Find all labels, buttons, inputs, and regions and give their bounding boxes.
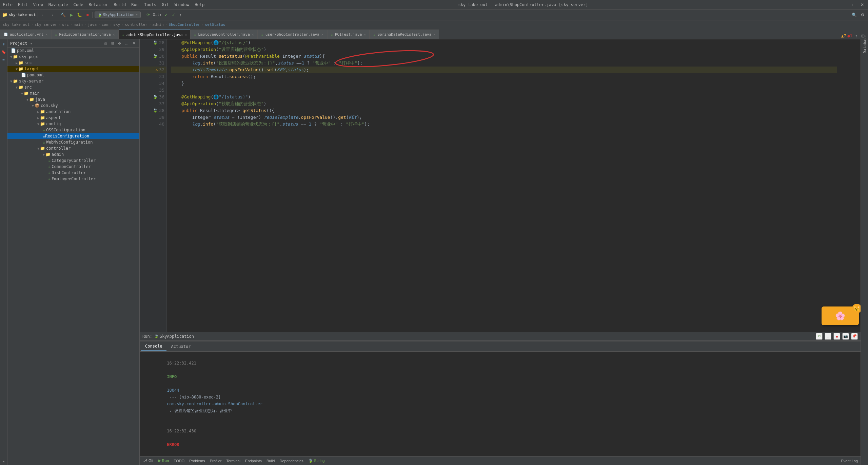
breadcrumb-item-controller[interactable]: controller [125, 22, 147, 27]
close-button[interactable]: ✕ [859, 2, 865, 8]
settings-sidebar-button[interactable]: … [124, 41, 130, 46]
tab-close-icon[interactable]: ✕ [184, 33, 186, 37]
menu-build[interactable]: Build [114, 2, 126, 7]
todo-tool-button[interactable]: TODO [172, 459, 187, 463]
tree-item-controller[interactable]: ▼ 📁 controller [7, 145, 139, 151]
settings-button[interactable]: ⚙ [860, 12, 866, 18]
tree-item-category-controller[interactable]: ☕ CategoryController [7, 157, 139, 164]
tab-close-icon[interactable]: ✕ [433, 33, 435, 36]
tree-item-employee-controller[interactable]: ☕ EmployeeController [7, 176, 139, 182]
tree-item-admin[interactable]: ▼ 📁 admin [7, 151, 139, 157]
breadcrumb-item-main[interactable]: main [74, 22, 83, 27]
tree-item-sky-server[interactable]: ▼ 📁 sky-server [7, 78, 139, 84]
tab-shop-controller-user[interactable]: ☕ user\ShopController.java ✕ [258, 30, 327, 39]
minimize-button[interactable]: — [842, 2, 849, 8]
menu-refactor[interactable]: Refactor [88, 2, 108, 7]
tree-item-pom-pojo[interactable]: 📄 pom.xml [7, 72, 139, 78]
menu-git[interactable]: Git [162, 2, 169, 7]
tree-item-redis-config[interactable]: ☕ RedisConfiguration [7, 133, 139, 139]
tree-item-annotation[interactable]: ▶ 📁 annotation [7, 109, 139, 115]
run-button[interactable]: ▶ [68, 12, 74, 18]
project-dropdown-icon[interactable]: ▾ [30, 41, 33, 46]
project-tool-button[interactable]: P [0, 41, 7, 48]
close-sidebar-button[interactable]: ✕ [131, 41, 137, 46]
menu-code[interactable]: Code [74, 2, 83, 7]
menu-file[interactable]: File [3, 2, 13, 7]
tree-item-server-src[interactable]: ▼ 📁 src [7, 84, 139, 90]
menu-view[interactable]: View [33, 2, 43, 7]
breadcrumb-item-admin[interactable]: admin [153, 22, 164, 27]
tree-item-oss-config[interactable]: ☕ OSSConfiguration [7, 127, 139, 133]
tab-shop-controller-admin[interactable]: ☕ admin\ShopController.java ✕ [119, 30, 191, 39]
breadcrumb-item-src[interactable]: src [62, 22, 69, 27]
expand-editor-button[interactable]: ↑ [854, 33, 859, 39]
problems-tool-button[interactable]: Problems [187, 459, 207, 463]
profiler-tool-button[interactable]: Profiler [208, 459, 224, 463]
debug-button[interactable]: 🐛 [76, 12, 83, 18]
breadcrumb-item-com[interactable]: com [102, 22, 108, 27]
tree-item-sky-pojo[interactable]: ▼ 📁 sky-pojo [7, 54, 139, 60]
tab-close-icon[interactable]: ✕ [364, 33, 366, 36]
run-down-button[interactable]: ↓ [825, 333, 831, 340]
breadcrumb-item-setstatus[interactable]: setStatus [205, 22, 225, 27]
menu-window[interactable]: Window [175, 2, 189, 7]
structure-tool-button[interactable]: ≡ [0, 56, 7, 63]
tree-item-java[interactable]: ▼ 📁 java [7, 96, 139, 103]
breadcrumb-item-shopcontroller[interactable]: ShopController [169, 22, 200, 27]
tree-item-webmvc-config[interactable]: ☕ WebMvcConfiguration [7, 139, 139, 145]
stop-button[interactable]: ■ [85, 12, 90, 18]
tab-spring-data-redis-test[interactable]: ☕ SpringDataRedisTest.java ✕ [370, 30, 439, 39]
run-stop-button[interactable]: ■ [833, 333, 840, 340]
breadcrumb-item-java[interactable]: java [88, 22, 97, 27]
tab-close-icon[interactable]: ✕ [45, 33, 47, 36]
tab-actuator[interactable]: Actuator [167, 343, 195, 350]
run-camera-button[interactable]: 📷 [842, 333, 849, 340]
tab-poi-test[interactable]: ☕ POITest.java ✕ [327, 30, 370, 39]
tab-redis-configuration[interactable]: ☕ RedisConfiguration.java ✕ [51, 30, 118, 39]
build-tool-button[interactable]: Build [264, 459, 277, 463]
run-config[interactable]: 🍃 SkyApplication ▾ [95, 12, 141, 18]
search-button[interactable]: 🔍 [850, 12, 858, 18]
tree-item-aspect[interactable]: ▶ 📁 aspect [7, 115, 139, 121]
tab-console[interactable]: Console [141, 342, 166, 351]
git-update[interactable]: ⟳ [145, 12, 151, 18]
git-commit[interactable]: ✓ [163, 12, 169, 18]
run-app-button[interactable]: 🍃 SkyApplication [154, 334, 194, 339]
database-button[interactable]: Database [861, 41, 868, 48]
code-content[interactable]: @PutMapping(🌐"/{status}") @ApiOperation(… [167, 39, 837, 332]
window-controls[interactable]: — □ ✕ [842, 2, 865, 8]
tree-item-sky-pojo-src[interactable]: ▶ 📁 src [7, 60, 139, 66]
tab-close-icon[interactable]: ✕ [321, 33, 323, 36]
event-log-button[interactable]: Event Log [840, 458, 859, 464]
maximize-button[interactable]: □ [851, 2, 856, 8]
endpoints-tool-button[interactable]: Endpoints [243, 459, 264, 463]
gear-button[interactable]: ⚙ [117, 41, 122, 46]
menu-run[interactable]: Run [131, 2, 139, 7]
git-push[interactable]: ✓ [171, 12, 177, 18]
menu-bar[interactable]: File Edit View Navigate Code Refactor Bu… [3, 2, 204, 7]
menu-navigate[interactable]: Navigate [48, 2, 68, 7]
terminal-tool-button[interactable]: Terminal [224, 459, 242, 463]
run-tool-button[interactable]: ▶ Run [156, 458, 171, 463]
collapse-button[interactable]: ⊟ [110, 41, 115, 46]
breadcrumb-item-project[interactable]: sky-take-out [3, 22, 29, 27]
back-button[interactable]: ← [40, 12, 47, 18]
favorites-tool-button[interactable]: ★ [0, 458, 7, 465]
tree-item-dish-controller[interactable]: ☕ DishController [7, 170, 139, 176]
tab-close-icon[interactable]: ✕ [113, 33, 115, 36]
tree-item-pom-root[interactable]: 📄 pom.xml [7, 48, 139, 54]
run-restart-button[interactable]: ↺ [816, 333, 823, 340]
build-button[interactable]: 🔨 [59, 12, 67, 18]
tab-application-yml[interactable]: 📄 application.yml ✕ [0, 30, 51, 39]
menu-edit[interactable]: Edit [18, 2, 28, 7]
git-tool-button[interactable]: ⎇ Git [141, 458, 155, 463]
menu-help[interactable]: Help [195, 2, 204, 7]
tree-item-common-controller[interactable]: ☕ CommonController [7, 164, 139, 170]
tab-employee-controller[interactable]: ☕ EmployeeController.java ✕ [190, 30, 257, 39]
menu-tools[interactable]: Tools [144, 2, 156, 7]
dependencies-tool-button[interactable]: Dependencies [277, 459, 305, 463]
run-pin-button[interactable]: 📌 [851, 333, 858, 340]
bookmark-tool-button[interactable]: 🔖 [0, 49, 7, 55]
tree-item-com-sky[interactable]: ▼ 📦 com.sky [7, 103, 139, 109]
locate-button[interactable]: ◎ [103, 41, 108, 46]
